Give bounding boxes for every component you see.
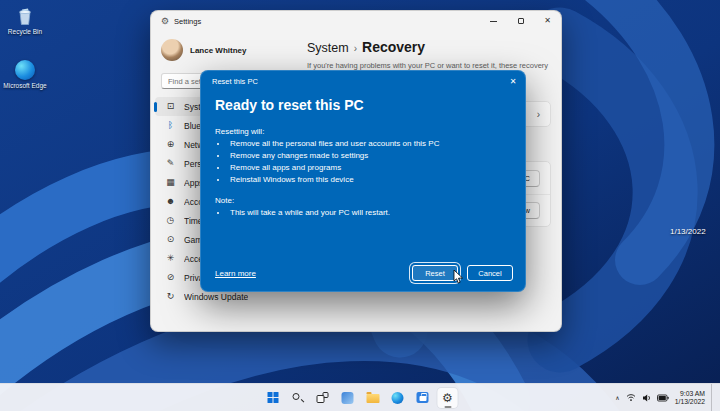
taskbar-search-button[interactable]	[288, 388, 308, 408]
note-list: This will take a while and your PC will …	[215, 207, 511, 219]
windows-logo-icon	[267, 392, 278, 403]
close-button[interactable]: ✕	[534, 11, 561, 31]
learn-more-link[interactable]: Learn more	[215, 269, 256, 278]
gear-icon: ⚙	[442, 392, 453, 404]
gaming-icon: ⊙	[165, 235, 176, 244]
settings-titlebar[interactable]: ⚙ Settings ✕	[151, 11, 561, 31]
sidebar-item-label: Windows Update	[184, 292, 248, 302]
list-item: This will take a while and your PC will …	[228, 207, 511, 219]
desktop-icon-label: Recycle Bin	[2, 28, 48, 36]
file-explorer-button[interactable]	[363, 388, 383, 408]
minimize-button[interactable]	[480, 11, 507, 31]
widgets-button[interactable]	[338, 388, 358, 408]
volume-icon[interactable]	[642, 394, 651, 402]
minimize-icon	[490, 21, 497, 22]
list-item: Remove any changes made to settings	[228, 150, 511, 162]
dialog-close-button[interactable]: ✕	[501, 71, 525, 91]
apps-icon: ▦	[165, 178, 176, 187]
clock-time: 9:03 AM	[675, 390, 705, 398]
reset-button[interactable]: Reset	[412, 265, 458, 281]
dialog-title: Reset this PC	[212, 77, 258, 86]
edge-icon	[2, 58, 48, 82]
file-explorer-icon	[366, 394, 379, 403]
user-account-row[interactable]: Lance Whitney	[151, 35, 303, 65]
page-title: Recovery	[362, 39, 425, 55]
maximize-icon	[518, 18, 524, 24]
accessibility-icon: ✳	[165, 254, 176, 263]
wifi-icon[interactable]	[626, 393, 636, 402]
bluetooth-icon: ᛒ	[165, 121, 176, 130]
resetting-will-label: Resetting will:	[215, 127, 511, 136]
desktop-icon-recycle-bin[interactable]: Recycle Bin	[2, 4, 48, 36]
start-button[interactable]	[263, 388, 283, 408]
maximize-button[interactable]	[507, 11, 534, 31]
search-icon	[292, 392, 304, 404]
desktop-icon-label: Microsoft Edge	[2, 82, 48, 90]
resetting-effects-list: Remove all the personal files and user a…	[215, 138, 511, 186]
list-item: Reinstall Windows from this device	[228, 174, 511, 186]
list-item: Remove all the personal files and user a…	[228, 138, 511, 150]
task-view-icon	[316, 392, 329, 404]
desktop-date-text: 1/13/2022	[670, 227, 706, 236]
dialog-heading: Ready to reset this PC	[215, 97, 511, 113]
personalization-icon: ✎	[165, 159, 176, 168]
privacy-icon: ⊘	[165, 273, 176, 282]
chevron-right-icon: ›	[354, 43, 357, 54]
chevron-right-icon: ›	[537, 109, 540, 120]
cancel-button[interactable]: Cancel	[467, 265, 513, 281]
edge-icon	[392, 392, 404, 404]
settings-app-button[interactable]: ⚙	[438, 388, 458, 408]
close-icon: ✕	[544, 17, 551, 25]
user-avatar	[161, 39, 183, 61]
recycle-bin-icon	[2, 4, 48, 28]
breadcrumb: System › Recovery	[307, 39, 549, 55]
time-language-icon: ◷	[165, 216, 176, 225]
reset-this-pc-dialog: Reset this PC ✕ Ready to reset this PC R…	[200, 70, 526, 292]
windows-update-icon: ↻	[165, 292, 176, 301]
window-title: Settings	[174, 17, 201, 26]
edge-button[interactable]	[388, 388, 408, 408]
battery-icon[interactable]	[657, 394, 669, 402]
settings-gear-icon: ⚙	[161, 17, 169, 26]
user-name: Lance Whitney	[190, 46, 246, 55]
active-indicator	[154, 102, 157, 112]
accounts-icon: ☻	[165, 197, 176, 206]
system-icon: ⊡	[165, 102, 176, 111]
desktop: Recycle Bin Microsoft Edge 1/13/2022 ⚙ S…	[0, 0, 720, 411]
close-icon: ✕	[510, 77, 517, 86]
desktop-icon-microsoft-edge[interactable]: Microsoft Edge	[2, 58, 48, 90]
store-icon	[417, 392, 429, 403]
show-desktop-button[interactable]	[711, 384, 715, 411]
active-app-indicator	[444, 406, 451, 408]
breadcrumb-system-link[interactable]: System	[307, 41, 349, 55]
hidden-icons-chevron[interactable]: ∧	[615, 394, 619, 401]
list-item: Remove all apps and programs	[228, 162, 511, 174]
network-icon: ⊕	[165, 140, 176, 149]
taskbar: ⚙ ∧ 9:03 AM 1/13/2022	[0, 383, 720, 411]
mouse-cursor	[453, 270, 464, 285]
taskbar-clock[interactable]: 9:03 AM 1/13/2022	[675, 390, 705, 406]
task-view-button[interactable]	[313, 388, 333, 408]
note-label: Note:	[215, 196, 511, 205]
clock-date: 1/13/2022	[675, 398, 705, 406]
microsoft-store-button[interactable]	[413, 388, 433, 408]
widgets-icon	[342, 392, 354, 404]
dialog-titlebar[interactable]: Reset this PC ✕	[201, 71, 525, 91]
